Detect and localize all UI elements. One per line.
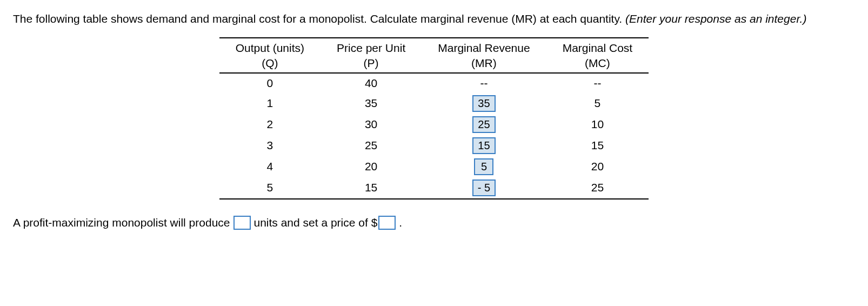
cell-output: 4 xyxy=(219,156,321,177)
price-input[interactable] xyxy=(378,216,396,230)
table-container: Output (units) (Q) Price per Unit (P) Ma… xyxy=(13,37,855,199)
cell-price: 20 xyxy=(321,156,422,177)
cell-mr: 25 xyxy=(422,114,546,135)
cell-output: 1 xyxy=(219,93,321,114)
table-body: 040----13535523025103251515420520515- 52… xyxy=(219,73,649,199)
cell-output: 3 xyxy=(219,135,321,156)
cell-mc: 15 xyxy=(546,135,649,156)
mr-input[interactable]: 35 xyxy=(472,95,495,112)
table-row: 040---- xyxy=(219,73,649,93)
header-price: Price per Unit (P) xyxy=(321,38,422,73)
table-row: 515- 525 xyxy=(219,177,649,199)
question-text: The following table shows demand and mar… xyxy=(13,11,855,26)
cell-mr: - 5 xyxy=(422,177,546,199)
header-mr: Marginal Revenue (MR) xyxy=(422,38,546,73)
table-row: 3251515 xyxy=(219,135,649,156)
cell-price: 25 xyxy=(321,135,422,156)
cell-mr: 15 xyxy=(422,135,546,156)
cell-price: 15 xyxy=(321,177,422,199)
cell-mc: 5 xyxy=(546,93,649,114)
units-input[interactable] xyxy=(233,216,251,230)
table-header-row: Output (units) (Q) Price per Unit (P) Ma… xyxy=(219,38,649,73)
answer-part2: units and set a price of $ xyxy=(254,216,378,229)
answer-part1: A profit-maximizing monopolist will prod… xyxy=(13,216,230,229)
cell-mr: 5 xyxy=(422,156,546,177)
question-main: The following table shows demand and mar… xyxy=(13,12,625,25)
table-row: 2302510 xyxy=(219,114,649,135)
table-row: 420520 xyxy=(219,156,649,177)
mr-input[interactable]: 5 xyxy=(474,158,493,175)
cell-mc: -- xyxy=(546,73,649,93)
question-hint: (Enter your response as an integer.) xyxy=(625,12,806,25)
cell-mc: 10 xyxy=(546,114,649,135)
cell-output: 5 xyxy=(219,177,321,199)
cell-mc: 20 xyxy=(546,156,649,177)
mr-input[interactable]: 15 xyxy=(472,137,495,154)
cell-mr: 35 xyxy=(422,93,546,114)
cell-mr: -- xyxy=(422,73,546,93)
header-output: Output (units) (Q) xyxy=(219,38,321,73)
table-row: 135355 xyxy=(219,93,649,114)
answer-part3: . xyxy=(399,216,402,229)
cell-mc: 25 xyxy=(546,177,649,199)
cell-price: 35 xyxy=(321,93,422,114)
economics-table: Output (units) (Q) Price per Unit (P) Ma… xyxy=(219,37,649,199)
mr-input[interactable]: - 5 xyxy=(472,179,496,196)
answer-line: A profit-maximizing monopolist will prod… xyxy=(13,216,855,230)
cell-output: 2 xyxy=(219,114,321,135)
header-mc: Marginal Cost (MC) xyxy=(546,38,649,73)
cell-price: 40 xyxy=(321,73,422,93)
mr-input[interactable]: 25 xyxy=(472,116,495,133)
cell-price: 30 xyxy=(321,114,422,135)
cell-output: 0 xyxy=(219,73,321,93)
